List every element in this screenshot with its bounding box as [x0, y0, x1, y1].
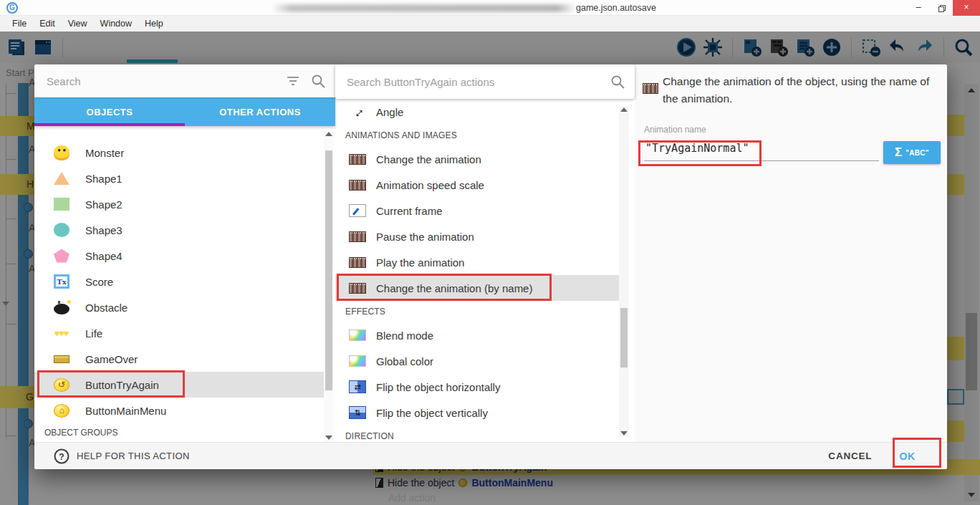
window-title: game.json.autosave: [576, 3, 656, 13]
film-icon: [349, 180, 366, 191]
scrollbar-thumb[interactable]: [325, 150, 332, 390]
search-icon[interactable]: [610, 74, 625, 89]
frame-icon: [349, 204, 366, 217]
actions-search-bar: [335, 64, 635, 99]
animation-name-label: Animation name: [644, 125, 706, 135]
action-row[interactable]: Current frame: [335, 198, 619, 223]
scroll-down-icon[interactable]: [620, 431, 628, 436]
action-row[interactable]: Blend mode: [335, 322, 619, 348]
minimize-button[interactable]: –: [907, 0, 930, 16]
action-row[interactable]: Animation speed scale: [335, 172, 619, 198]
action-list: Angle ANIMATIONS AND IMAGES Change the a…: [335, 99, 635, 442]
objects-search-input[interactable]: [34, 74, 287, 88]
object-row[interactable]: GameOver: [34, 346, 324, 372]
object-row[interactable]: ButtonTryAgain: [34, 372, 324, 398]
objects-search-bar: [34, 64, 335, 97]
menu-file[interactable]: File: [6, 16, 33, 32]
object-list: Monster Shape1 Shape2 Shape3: [34, 126, 335, 423]
maximize-button[interactable]: [930, 0, 953, 16]
action-row[interactable]: Change the animation (by name): [335, 275, 619, 301]
text-icon: [54, 274, 69, 289]
annotation-box: [638, 140, 762, 166]
dialog-footer: ? HELP FOR THIS ACTION CANCEL OK: [34, 442, 947, 469]
tab-other-actions[interactable]: OTHER ACTIONS: [185, 97, 335, 126]
monster-icon: [54, 145, 69, 160]
sigma-icon: Σ: [895, 145, 902, 160]
objects-panel: OBJECTS OTHER ACTIONS Monster Shape1: [34, 64, 335, 442]
titlebar: G game.json.autosave – ×: [0, 0, 980, 16]
annotation-box: [893, 438, 941, 468]
film-icon: [349, 231, 366, 242]
film-icon: [349, 257, 366, 268]
action-row[interactable]: Play the animation: [335, 249, 619, 275]
action-row[interactable]: Global color: [335, 348, 619, 374]
object-groups-header: OBJECT GROUPS: [34, 423, 335, 442]
action-row[interactable]: Angle: [335, 99, 619, 125]
scroll-down-icon[interactable]: [325, 436, 332, 440]
object-row[interactable]: Score: [34, 269, 324, 294]
action-parameters-panel: Change the animation of the object, usin…: [635, 64, 947, 442]
flip-h-icon: [349, 380, 366, 393]
pentagon-icon: [54, 249, 69, 263]
annotation-box: [37, 370, 185, 398]
annotation-box: [337, 274, 552, 301]
tab-objects[interactable]: OBJECTS: [34, 97, 185, 126]
scroll-up-icon[interactable]: [620, 107, 628, 112]
gdevelop-logo-icon: G: [6, 2, 18, 14]
menu-edit[interactable]: Edit: [33, 16, 62, 32]
flip-v-icon: [349, 406, 366, 419]
angle-icon: [349, 104, 366, 120]
cancel-button[interactable]: CANCEL: [824, 450, 876, 462]
object-row[interactable]: Shape3: [34, 217, 324, 243]
object-row[interactable]: ButtonMainMenu: [34, 398, 324, 423]
gameover-icon: [54, 355, 69, 363]
action-row[interactable]: Pause the animation: [335, 223, 619, 249]
square-icon: [54, 198, 69, 211]
object-list-scrollbar[interactable]: [324, 130, 334, 441]
app-window: G game.json.autosave – × File Edit View …: [0, 0, 980, 505]
rainbow-icon: [349, 355, 366, 367]
action-list-scrollbar[interactable]: [619, 106, 629, 437]
section-header: ANIMATIONS AND IMAGES: [335, 125, 635, 146]
scrollbar-thumb[interactable]: [620, 308, 628, 367]
object-row[interactable]: Shape1: [34, 165, 324, 191]
search-icon[interactable]: [311, 74, 325, 88]
action-row[interactable]: Change the animation: [335, 146, 619, 172]
actions-search-input[interactable]: [335, 75, 610, 89]
scroll-up-icon[interactable]: [325, 132, 332, 136]
rainbow-icon: [349, 330, 366, 341]
expression-editor-button[interactable]: Σ "ABC": [883, 141, 941, 164]
film-strip-icon: [643, 83, 658, 94]
close-button[interactable]: ×: [953, 0, 980, 16]
hearts-icon: [54, 329, 69, 337]
object-row[interactable]: Life: [34, 320, 324, 346]
menu-help[interactable]: Help: [138, 16, 170, 32]
help-icon: ?: [54, 448, 69, 464]
object-row[interactable]: Obstacle: [34, 294, 324, 320]
object-list-viewport: Monster Shape1 Shape2 Shape3: [34, 126, 335, 442]
svg-text:?: ?: [59, 451, 64, 461]
action-row[interactable]: Flip the object horizontally: [335, 374, 619, 400]
object-row[interactable]: Shape2: [34, 191, 324, 217]
panel-tabs: OBJECTS OTHER ACTIONS: [34, 97, 335, 126]
section-header: EFFECTS: [335, 301, 635, 322]
menu-window[interactable]: Window: [94, 16, 138, 32]
bomb-icon: [54, 304, 69, 314]
action-row[interactable]: Flip the object vertically: [335, 400, 619, 425]
window-title-blurred: [272, 4, 576, 12]
action-description: Change the animation of the object, usin…: [663, 73, 947, 107]
help-button[interactable]: ? HELP FOR THIS ACTION: [54, 448, 190, 464]
restore-icon: [938, 6, 944, 12]
window-controls: – ×: [907, 0, 980, 16]
object-row[interactable]: Shape4: [34, 243, 324, 269]
triangle-icon: [54, 172, 69, 185]
action-list-viewport: Angle ANIMATIONS AND IMAGES Change the a…: [335, 99, 635, 442]
film-icon: [349, 154, 366, 165]
action-editor-dialog: OBJECTS OTHER ACTIONS Monster Shape1: [34, 64, 947, 469]
section-header: DIRECTION: [335, 425, 635, 442]
circle-icon: [54, 223, 69, 237]
menu-view[interactable]: View: [62, 16, 94, 32]
actions-panel: Angle ANIMATIONS AND IMAGES Change the a…: [335, 64, 635, 442]
filter-icon[interactable]: [287, 76, 299, 86]
object-row[interactable]: Monster: [34, 140, 324, 165]
